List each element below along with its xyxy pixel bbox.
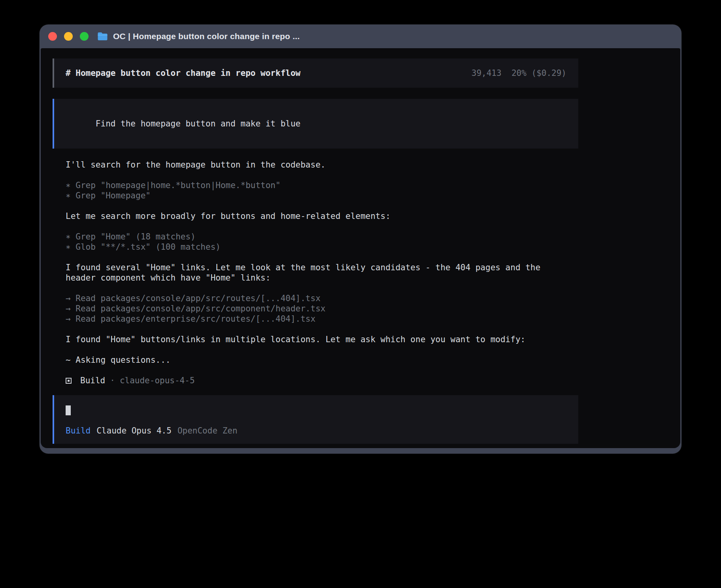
tool-calls: ∗ Grep "Home" (18 matches) ∗ Glob "**/*.… <box>66 232 578 252</box>
mode-label[interactable]: Build <box>66 426 91 436</box>
assistant-text: Let me search more broadly for buttons a… <box>66 211 578 221</box>
session-title: # Homepage button color change in repo w… <box>66 68 300 78</box>
tool-call-read: → Read packages/console/app/src/componen… <box>66 303 578 314</box>
status-separator: · <box>110 375 115 386</box>
assistant-text: header component which have "Home" links… <box>66 273 578 283</box>
assistant-text: I'll search for the homepage button in t… <box>66 160 578 170</box>
terminal-content: # Homepage button color change in repo w… <box>41 48 680 448</box>
tool-call-read: → Read packages/console/app/src/routes/[… <box>66 293 578 303</box>
user-message-text: Find the homepage button and make it blu… <box>96 119 300 128</box>
assistant-paragraph: I found "Home" buttons/links in multiple… <box>66 334 578 345</box>
folder-icon <box>97 32 108 41</box>
assistant-paragraph: I'll search for the homepage button in t… <box>66 160 578 170</box>
tool-calls: → Read packages/console/app/src/routes/[… <box>66 293 578 324</box>
tool-call-grep: ∗ Grep "Homepage" <box>66 190 578 201</box>
zoom-button[interactable] <box>80 32 89 41</box>
tool-call-read: → Read packages/enterprise/src/routes/[.… <box>66 314 578 324</box>
assistant-text: I found several "Home" links. Let me loo… <box>66 262 578 273</box>
session-token-stats: 39,413 20% ($0.29) <box>472 68 566 78</box>
tool-call-grep: ∗ Grep "homepage|home.*button|Home.*butt… <box>66 180 578 190</box>
session-header: # Homepage button color change in repo w… <box>53 58 578 88</box>
conversation[interactable]: I'll search for the homepage button in t… <box>53 160 578 375</box>
assistant-paragraph: Let me search more broadly for buttons a… <box>66 211 578 221</box>
titlebar-title-group: OC | Homepage button color change in rep… <box>97 32 300 41</box>
terminal-window: OC | Homepage button color change in rep… <box>40 24 681 454</box>
input-meta-row: Build Claude Opus 4.5 OpenCode Zen <box>66 426 566 436</box>
user-message: Find the homepage button and make it blu… <box>53 99 578 149</box>
assistant-text: I found "Home" buttons/links in multiple… <box>66 334 578 345</box>
prompt-input[interactable]: Build Claude Opus 4.5 OpenCode Zen <box>53 395 578 444</box>
tool-call-grep: ∗ Grep "Home" (18 matches) <box>66 232 578 242</box>
agent-name: Build <box>80 375 105 386</box>
provider-label: OpenCode Zen <box>177 426 238 436</box>
model-label[interactable]: Claude Opus 4.5 <box>96 426 172 436</box>
tool-call-glob: ∗ Glob "**/*.tsx" (100 matches) <box>66 242 578 252</box>
tool-calls: ∗ Grep "homepage|home.*button|Home.*butt… <box>66 180 578 201</box>
agent-model: claude-opus-4-5 <box>120 375 195 386</box>
agent-status-row: Build · claude-opus-4-5 <box>53 375 578 386</box>
traffic-lights <box>48 32 89 41</box>
agent-build-icon <box>66 378 72 384</box>
text-cursor <box>66 405 71 415</box>
assistant-paragraph: I found several "Home" links. Let me loo… <box>66 262 578 283</box>
window-titlebar[interactable]: OC | Homepage button color change in rep… <box>40 24 681 48</box>
close-button[interactable] <box>48 32 57 41</box>
asking-questions-text: ~ Asking questions... <box>66 355 578 365</box>
assistant-paragraph: ~ Asking questions... <box>66 355 578 365</box>
minimize-button[interactable] <box>64 32 73 41</box>
window-title: OC | Homepage button color change in rep… <box>113 32 300 41</box>
